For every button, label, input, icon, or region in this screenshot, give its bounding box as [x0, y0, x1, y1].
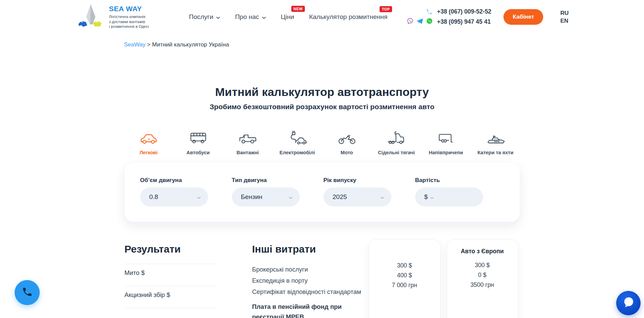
logo-title: SEA WAY [109, 5, 149, 13]
logo[interactable]: SEA WAY Логістична компанія з доставки в… [76, 3, 149, 31]
list-item: Експедиція в порту [252, 275, 364, 286]
tab-moto[interactable]: Мото [322, 128, 372, 155]
engine-volume-select[interactable]: 0.8 [140, 187, 208, 206]
engine-type-field: Тип двигуна Бензин [232, 177, 300, 206]
phone-row-2: +38 (095) 947 45 41 [404, 18, 491, 26]
vehicle-tabs: Легкові Автобуси Вантажні [0, 128, 644, 155]
breadcrumb-separator: > [147, 41, 150, 48]
breadcrumb: SeaWay > Митний калькулятор Україна [124, 41, 644, 48]
yacht-icon [471, 128, 520, 145]
truck-icon [223, 128, 273, 145]
language-switcher: RU EN [560, 10, 569, 24]
tab-buses[interactable]: Автобуси [173, 128, 223, 155]
call-fab-button[interactable] [15, 280, 40, 305]
bus-icon [173, 128, 223, 145]
year-label: Рік випуску [324, 177, 391, 184]
phone-row-1: +38 (067) 009-52-52 [404, 8, 491, 15]
lang-ru[interactable]: RU [560, 10, 569, 17]
chevron-down-icon [262, 13, 266, 21]
chevron-down-icon [430, 193, 434, 201]
phone-number-1[interactable]: +38 (067) 009-52-52 [437, 8, 491, 15]
new-badge: NEW [291, 6, 305, 12]
price-field: Вартість $ [415, 177, 483, 206]
list-item: Сертифікат відповідності стандартам [252, 286, 364, 297]
chevron-down-icon [216, 13, 220, 21]
cost-value: 300 $ [369, 261, 440, 271]
page-title: Митний калькулятор автотранспорту [0, 85, 644, 99]
breadcrumb-home-link[interactable]: SeaWay [124, 41, 146, 48]
chevron-down-icon [289, 193, 292, 201]
engine-volume-label: Об’єм двигуна [140, 177, 208, 184]
car-icon [124, 128, 173, 145]
result-row-excise: Акцизний збір $ [125, 286, 217, 308]
nav-item-services[interactable]: Послуги [189, 13, 220, 21]
boat-logo-icon [76, 3, 104, 31]
phone-number-2[interactable]: +38 (095) 947 45 41 [437, 18, 491, 25]
other-costs-list: Брокерські послуги Експедиція в порту Се… [252, 264, 364, 318]
main-nav: Послуги Про нас Ціни NEW Калькулятор роз… [189, 13, 388, 21]
results-section: Результати Мито $ Акцизний збір $ Інші в… [125, 243, 520, 315]
cost-card-europe: Авто з Європи 300 $ 0 $ 3500 грн [447, 239, 518, 318]
whatsapp-icon[interactable] [426, 18, 433, 26]
tab-boats-yachts[interactable]: Катери та яхти [471, 128, 520, 155]
tab-trucks[interactable]: Вантажні [223, 128, 273, 155]
price-input[interactable] [436, 193, 475, 201]
pension-fund-item: Плата в пенсійний фонд при реєстрації МР… [252, 302, 354, 318]
price-label: Вартість [415, 177, 483, 184]
page-subtitle: Зробимо безкоштовний розрахунок вартості… [0, 103, 644, 111]
header: SEA WAY Логістична компанія з доставки в… [0, 0, 644, 34]
cost-value: 0 $ [447, 270, 518, 280]
nav-item-customs-calculator[interactable]: Калькулятор розмитнення TOP [309, 13, 387, 21]
nav-item-prices[interactable]: Ціни NEW [281, 13, 294, 21]
phone-icon [404, 8, 433, 15]
lang-en[interactable]: EN [560, 18, 569, 24]
cost-value: 3500 грн [447, 280, 518, 290]
results-list: Мито $ Акцизний збір $ [125, 264, 217, 308]
telegram-icon[interactable] [416, 18, 423, 26]
logo-subtitle: Логістична компанія з доставки вантажів … [109, 14, 149, 29]
header-contacts: +38 (067) 009-52-52 +38 (095) 947 45 41 [404, 8, 491, 26]
results-title: Результати [125, 243, 217, 255]
cost-value: 300 $ [447, 260, 518, 270]
result-row-duty: Мито $ [125, 264, 217, 286]
year-select[interactable]: 2025 [324, 187, 391, 206]
cost-value: 7 000 грн [369, 280, 440, 290]
tab-semi-trucks[interactable]: Сідельні тягачі [372, 128, 421, 155]
other-costs-title: Інші витрати [252, 243, 364, 255]
engine-type-label: Тип двигуна [232, 177, 300, 184]
price-input-group: $ [415, 187, 483, 206]
semi-truck-icon [372, 128, 421, 145]
cabinet-button[interactable]: Кабінет [503, 9, 543, 25]
engine-type-select[interactable]: Бензин [232, 187, 300, 206]
logo-text: SEA WAY Логістична компанія з доставки в… [109, 5, 149, 29]
cost-card-local: 300 $ 400 $ 7 000 грн [369, 239, 441, 318]
trailer-icon [421, 128, 471, 145]
phone-icon [22, 286, 33, 299]
tab-cars[interactable]: Легкові [124, 128, 173, 155]
nav-item-about[interactable]: Про нас [235, 13, 266, 21]
motorcycle-icon [322, 128, 372, 145]
top-badge: TOP [380, 6, 392, 12]
chevron-down-icon [381, 193, 384, 201]
results-column: Результати Мито $ Акцизний збір $ [125, 243, 217, 308]
other-costs-column: Інші витрати Брокерські послуги Експедиц… [252, 243, 364, 318]
chevron-down-icon [197, 193, 201, 201]
list-item: Брокерські послуги [252, 264, 364, 275]
year-field: Рік випуску 2025 [324, 177, 391, 206]
engine-volume-field: Об’єм двигуна 0.8 [140, 177, 208, 206]
cost-card-title: Авто з Європи [447, 248, 518, 255]
breadcrumb-current: Митний калькулятор Україна [152, 41, 229, 48]
hero: Митний калькулятор автотранспорту Зробим… [0, 85, 644, 111]
tab-semi-trailers[interactable]: Напівпричепи [421, 128, 471, 155]
currency-select[interactable]: $ [424, 193, 428, 201]
chat-bubble-icon [622, 296, 634, 310]
electric-car-icon [273, 128, 322, 145]
viber-icon[interactable] [407, 18, 413, 26]
chat-fab-button[interactable] [616, 291, 641, 315]
cost-value: 400 $ [369, 271, 440, 280]
calculator-form-card: Об’єм двигуна 0.8 Тип двигуна Бензин Рік… [125, 163, 520, 222]
tab-electric-cars[interactable]: Електромобілі [273, 128, 322, 155]
